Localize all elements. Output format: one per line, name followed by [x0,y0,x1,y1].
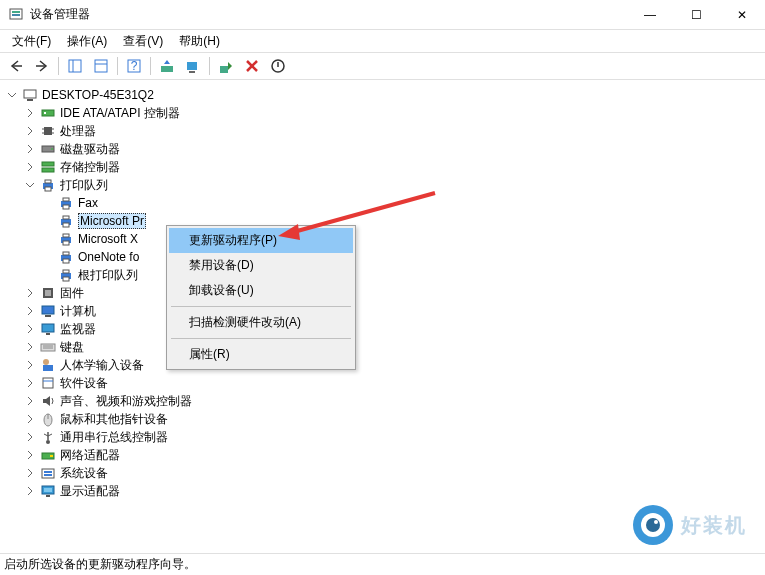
svg-text:?: ? [131,59,138,73]
tree-node-label: 磁盘驱动器 [60,141,120,158]
network-icon [40,447,56,463]
maximize-button[interactable]: ☐ [673,0,719,30]
help-button[interactable]: ? [122,55,146,77]
expander-icon[interactable] [24,449,36,461]
expander-icon[interactable] [24,413,36,425]
context-menu-item[interactable]: 属性(R) [169,342,353,367]
tree-node[interactable]: 存储控制器 [22,158,761,176]
svg-rect-59 [43,365,53,371]
tree-node[interactable]: 通用串行总线控制器 [22,428,761,446]
tree-node[interactable]: Microsoft Pr [40,212,761,230]
toolbar-separator [117,57,118,75]
expander-icon[interactable] [24,287,36,299]
svg-rect-70 [42,469,54,478]
tree-node-label: 软件设备 [60,375,108,392]
expander-icon[interactable] [24,161,36,173]
svg-point-28 [51,148,53,150]
svg-rect-72 [44,474,52,476]
context-menu-item[interactable]: 扫描检测硬件改动(A) [169,310,353,335]
computer-icon [40,303,56,319]
expander-spacer [42,197,54,209]
expander-spacer [42,215,54,227]
tree-node[interactable]: 人体学输入设备 [22,356,761,374]
printer-icon [58,249,74,265]
context-menu-item[interactable]: 禁用设备(D) [169,253,353,278]
svg-rect-41 [63,234,69,237]
tree-node[interactable]: OneNote fo [40,248,761,266]
svg-rect-36 [63,205,69,209]
tree-node[interactable]: 监视器 [22,320,761,338]
expander-icon[interactable] [24,395,36,407]
expander-icon[interactable] [24,179,36,191]
expander-icon[interactable] [24,143,36,155]
expander-icon[interactable] [24,341,36,353]
keyboard-icon [40,339,56,355]
tree-node-label: 打印队列 [60,177,108,194]
uninstall-button[interactable] [240,55,264,77]
expander-icon[interactable] [24,377,36,389]
enable-button[interactable] [214,55,238,77]
menu-view[interactable]: 查看(V) [115,31,171,52]
tree-node-label: 键盘 [60,339,84,356]
tree-node[interactable]: 磁盘驱动器 [22,140,761,158]
svg-rect-52 [45,315,51,317]
expander-icon[interactable] [24,485,36,497]
svg-rect-21 [44,112,46,114]
back-button[interactable] [4,55,28,77]
mouse-icon [40,411,56,427]
tree-node[interactable]: 声音、视频和游戏控制器 [22,392,761,410]
tree-node[interactable]: 打印队列 [22,176,761,194]
tree-node[interactable]: 网络适配器 [22,446,761,464]
menubar: 文件(F) 操作(A) 查看(V) 帮助(H) [0,30,765,52]
update-driver-button[interactable] [155,55,179,77]
device-tree[interactable]: DESKTOP-45E31Q2 IDE ATA/ATAPI 控制器 处理器 磁盘… [0,80,765,540]
expander-icon[interactable] [24,323,36,335]
tree-node[interactable]: 鼠标和其他指针设备 [22,410,761,428]
tree-node[interactable]: 键盘 [22,338,761,356]
tree-node[interactable]: 根打印队列 [40,266,761,284]
scan-hardware-button[interactable] [181,55,205,77]
show-hide-tree-button[interactable] [63,55,87,77]
menu-help[interactable]: 帮助(H) [171,31,228,52]
tree-node[interactable]: Microsoft X [40,230,761,248]
properties-button[interactable] [89,55,113,77]
svg-rect-71 [44,471,52,473]
minimize-button[interactable]: — [627,0,673,30]
forward-button[interactable] [30,55,54,77]
svg-point-81 [654,520,658,524]
svg-rect-75 [46,495,50,497]
printer-icon [58,213,74,229]
expander-icon[interactable] [6,89,18,101]
tree-node-label: 计算机 [60,303,96,320]
disable-button[interactable] [266,55,290,77]
tree-node-label: 声音、视频和游戏控制器 [60,393,192,410]
menu-action[interactable]: 操作(A) [59,31,115,52]
tree-node[interactable]: Fax [40,194,761,212]
expander-icon[interactable] [24,359,36,371]
tree-node[interactable]: 软件设备 [22,374,761,392]
printer-icon [58,195,74,211]
expander-icon[interactable] [24,431,36,443]
system-icon [40,465,56,481]
expander-icon[interactable] [24,305,36,317]
expander-icon[interactable] [24,107,36,119]
svg-rect-50 [45,290,51,296]
tree-node[interactable]: 计算机 [22,302,761,320]
svg-rect-20 [42,110,54,116]
cpu-icon [40,123,56,139]
expander-icon[interactable] [24,125,36,137]
tree-node[interactable]: 显示适配器 [22,482,761,500]
context-menu-item[interactable]: 卸载设备(U) [169,278,353,303]
tree-node[interactable]: 固件 [22,284,761,302]
printer-icon [40,177,56,193]
close-button[interactable]: ✕ [719,0,765,30]
tree-node[interactable]: 处理器 [22,122,761,140]
tree-node[interactable]: 系统设备 [22,464,761,482]
svg-rect-53 [42,324,54,332]
tree-root[interactable]: DESKTOP-45E31Q2 [4,86,761,104]
tree-node-label: Fax [78,196,98,210]
context-menu-item[interactable]: 更新驱动程序(P) [169,228,353,253]
expander-icon[interactable] [24,467,36,479]
tree-node[interactable]: IDE ATA/ATAPI 控制器 [22,104,761,122]
menu-file[interactable]: 文件(F) [4,31,59,52]
